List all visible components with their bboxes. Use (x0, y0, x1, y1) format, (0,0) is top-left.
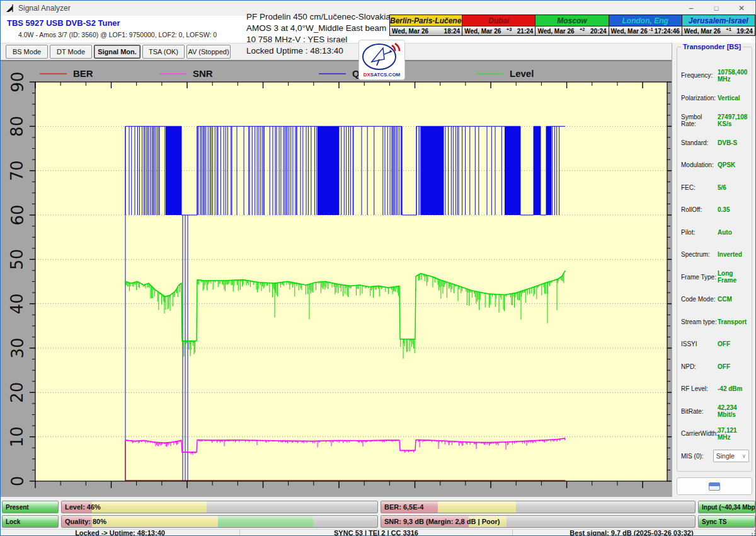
field-code-mode: Code Mode:CCM (677, 288, 752, 311)
locked-uptime-text: Locked Uptime : 48:13:40 (246, 46, 343, 55)
window-title: Signal Analyzer (18, 4, 71, 13)
tab-av[interactable]: AV (Stopped) (186, 45, 231, 59)
signal-analyzer-window: Signal Analyzer – □ ✕ TBS 5927 USB DVB-S… (0, 0, 756, 536)
field-standard: Standard:DVB-S (677, 132, 752, 154)
clock-offset: +3 (501, 26, 517, 32)
tab-dt-mode[interactable]: DT Mode (50, 45, 92, 59)
clock-jerusalem: Jerusalem-Israel Wed, Mar 26+119:24 (682, 15, 755, 36)
svg-text:70: 70 (8, 160, 27, 181)
clock-date: Wed, Mar 26 (611, 28, 648, 35)
clock-offset: +2 (575, 26, 590, 32)
clock-time: 20:24 (590, 28, 607, 35)
field-frame-type: Frame Type:Long Frame (677, 266, 752, 289)
field-modulation: Modulation:QPSK (677, 154, 752, 177)
signal-history-chart: 0102030405060708090BERSNRQualityLevel (1, 61, 672, 498)
clock-berlin: Berlin-Paris-Lučenec Wed, Mar 2618:24 (389, 15, 462, 36)
svg-text:10: 10 (8, 426, 27, 447)
sync-ts-indicator: Sync TS (698, 515, 755, 528)
field-issyi: ISSYIOFF (677, 333, 752, 356)
legend-level: Level (510, 68, 534, 79)
resize-grip[interactable] (750, 530, 755, 535)
close-button[interactable]: ✕ (729, 1, 754, 16)
transponder-fields: Frequency:10758,400 MHz Polarization:Ver… (677, 47, 752, 467)
app-icon (6, 4, 14, 13)
chevron-down-icon: ∨ (742, 453, 746, 459)
ber-bar: BER: 6,5E-4 (381, 501, 696, 513)
field-stream-type: Stream type:Transport (677, 311, 752, 334)
clock-city: Berlin-Paris-Lučenec (390, 15, 462, 26)
legend-ber: BER (73, 68, 93, 79)
clock-time: 19:24 (736, 28, 753, 35)
sidebar-card-button[interactable] (677, 477, 752, 495)
clock-city: Dubai (462, 15, 535, 26)
svg-text:50: 50 (8, 249, 27, 270)
world-clocks: Berlin-Paris-Lučenec Wed, Mar 2618:24 Du… (389, 15, 755, 36)
clock-date: Wed, Mar 26 (537, 28, 574, 35)
card-icon (709, 482, 720, 491)
mis-dropdown[interactable]: Single∨ (713, 450, 749, 462)
field-carrier-width: CarrierWidth:37,121 MHz (677, 422, 752, 445)
signal-chart-panel: 0102030405060708090BERSNRQualityLevel (1, 61, 672, 497)
svg-text:20: 20 (8, 382, 27, 403)
input-indicator: Input (~40,34 Mbps) (698, 501, 755, 513)
snr-bar: SNR: 9,3 dB (Margin: 2,8 dB | Poor) (381, 515, 696, 528)
tab-bs-mode[interactable]: BS Mode (6, 45, 48, 59)
clock-london: London, Eng Wed, Mar 26-117:24:46 (609, 15, 682, 36)
clock-time: 17:24:46 (655, 28, 680, 35)
field-frequency: Frequency:10758,400 MHz (677, 64, 752, 87)
dxsatcs-logo: DXSATCS.COM (358, 40, 405, 80)
svg-text:90: 90 (8, 71, 27, 92)
field-pilot: Pilot:Auto (677, 221, 752, 244)
field-rf-level: RF Level:-42 dBm (677, 378, 752, 400)
maximize-button[interactable]: □ (704, 1, 729, 16)
clock-offset: +1 (721, 26, 736, 32)
reception-line2: AMOS 3 at 4,0°W_Middle East beam (246, 23, 391, 34)
svg-text:40: 40 (8, 293, 27, 314)
clock-time: 21:24 (517, 28, 534, 35)
logo-text: DXSATCS.COM (359, 72, 404, 78)
field-polarization: Polarization:Vertical (677, 87, 752, 110)
reception-line1: PF Prodelin 450 cm/Lučenec-Slovakia (246, 11, 391, 23)
svg-text:80: 80 (8, 116, 27, 137)
field-bitrate: BitRate:42,234 Mbit/s (677, 400, 752, 423)
tab-tsa[interactable]: TSA (OK) (142, 45, 185, 59)
svg-text:60: 60 (8, 204, 27, 225)
svg-text:0: 0 (8, 476, 27, 487)
clock-date: Wed, Mar 26 (464, 28, 501, 35)
tab-signal-mon[interactable]: Signal Mon. (94, 45, 140, 59)
present-indicator: Present (2, 501, 59, 513)
minimize-button[interactable]: – (679, 1, 704, 16)
field-npd: NPD:OFF (677, 356, 752, 378)
clock-moscow: Moscow Wed, Mar 26+220:24 (536, 15, 609, 36)
svg-text:30: 30 (8, 337, 27, 358)
status-best-signal: Best signal: 9,7 dB (2025-03-26 03:32) (513, 530, 750, 536)
clock-city: Moscow (536, 15, 608, 26)
clock-time: 18:24 (444, 28, 461, 35)
field-spectrum: Spectrum:Inverted (677, 243, 752, 266)
clock-city: London, Eng (609, 15, 682, 26)
level-bar: Level: 46% (61, 501, 378, 513)
field-rolloff: RollOff:0.35 (677, 199, 752, 221)
clock-dubai: Dubai Wed, Mar 26+321:24 (462, 15, 536, 36)
field-mis: MIS (0): Single∨ (677, 445, 752, 468)
transponder-sidebar: Transponder [BS] Frequency:10758,400 MHz… (672, 43, 756, 497)
transponder-groupbox: Transponder [BS] Frequency:10758,400 MHz… (677, 47, 752, 472)
clock-offset: -1 (648, 26, 655, 32)
tuner-subtitle: 4.0W - Amos 3/7 (ID: 3560) @ LOF1: 97500… (18, 31, 217, 38)
field-symbol-rate: Symbol Rate:27497,108 KS/s (677, 109, 752, 132)
quality-bar: Quality: 80% (61, 515, 378, 528)
clock-city: Jerusalem-Israel (682, 15, 755, 26)
clock-date: Wed, Mar 26 (684, 28, 721, 35)
lock-indicator: Lock (2, 515, 59, 528)
tuner-title: TBS 5927 USB DVB-S2 Tuner (7, 18, 120, 28)
field-fec: FEC:5/6 (677, 177, 752, 199)
status-locked-uptime: Locked -> Uptime: 48:13:40 (1, 530, 240, 536)
legend-snr: SNR (193, 68, 213, 79)
satellite-dish-icon (359, 40, 404, 71)
status-bar: Locked -> Uptime: 48:13:40 SYNC 53 | TEI… (1, 529, 756, 536)
clock-date: Wed, Mar 26 (392, 28, 428, 35)
status-sync-counters: SYNC 53 | TEI 2 | CC 3316 (240, 530, 513, 536)
